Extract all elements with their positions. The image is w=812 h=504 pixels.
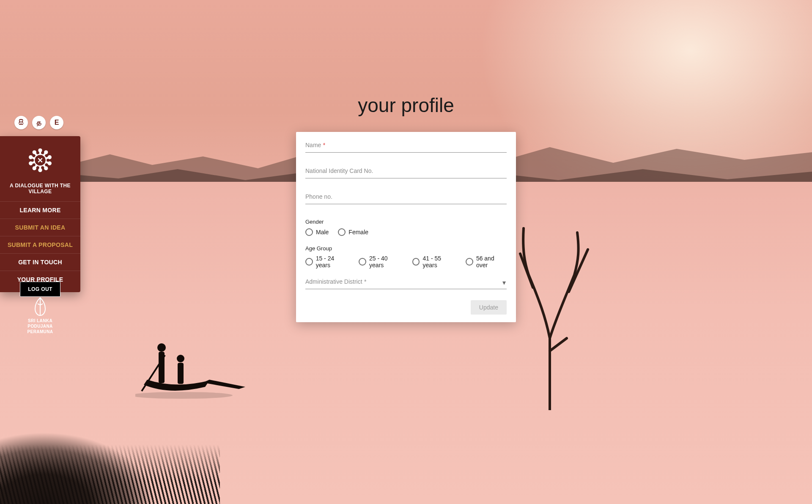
age-radio-row: 15 - 24 years 25 - 40 years 41 - 55 year… [305, 255, 507, 268]
gender-radio-row: Male Female [305, 228, 507, 236]
nav-submit-idea[interactable]: SUBMIT AN IDEA [0, 219, 80, 236]
nic-label: National Identity Card No. [305, 167, 373, 174]
party-line3: PERAMUNA [27, 329, 53, 334]
site-logo [0, 136, 80, 180]
svg-point-6 [38, 148, 42, 152]
nic-field-wrap[interactable]: National Identity Card No. [305, 167, 507, 178]
radio-icon [305, 258, 313, 266]
logout-button[interactable]: LOG OUT [20, 282, 60, 297]
lang-en-button[interactable]: E [50, 116, 63, 129]
required-marker: * [323, 142, 325, 148]
district-label: Administrative District [305, 278, 362, 285]
radio-icon [359, 258, 366, 266]
radio-icon [412, 258, 420, 266]
nav-learn-more[interactable]: LEARN MORE [0, 202, 80, 219]
chevron-down-icon: ▾ [502, 279, 506, 287]
radio-icon [466, 258, 473, 266]
profile-card: Name * National Identity Card No. Phone … [296, 132, 516, 322]
language-switcher: සි த E [14, 116, 63, 129]
district-select[interactable]: Administrative District * ▾ [305, 278, 507, 289]
gender-male-radio[interactable]: Male [305, 228, 329, 236]
age-opt-0: 15 - 24 years [316, 255, 350, 268]
age-opt-2: 41 - 55 years [422, 255, 456, 268]
radio-icon [338, 228, 346, 236]
gender-group-label: Gender [305, 219, 507, 225]
name-label: Name [305, 142, 321, 148]
gender-female-label: Female [348, 229, 368, 236]
party-line1: SRI LANKA [28, 318, 52, 323]
age-56-plus-radio[interactable]: 56 and over [466, 255, 507, 268]
gender-female-radio[interactable]: Female [338, 228, 368, 236]
svg-rect-7 [39, 152, 41, 155]
age-15-24-radio[interactable]: 15 - 24 years [305, 255, 349, 268]
age-group-label: Age Group [305, 245, 507, 252]
party-brand: SRI LANKA PODUJANA PERAMUNA [0, 296, 80, 334]
nav-list: LEARN MORE SUBMIT AN IDEA SUBMIT A PROPO… [0, 202, 80, 288]
gender-male-label: Male [316, 229, 329, 236]
background-brush [0, 394, 220, 504]
page-title: your profile [358, 94, 454, 117]
update-button[interactable]: Update [471, 300, 507, 315]
nav-submit-proposal[interactable]: SUBMIT A PROPOSAL [0, 236, 80, 253]
phone-field-wrap[interactable]: Phone no. [305, 193, 507, 204]
nav-get-in-touch[interactable]: GET IN TOUCH [0, 254, 80, 271]
lang-si-button[interactable]: සි [14, 116, 28, 129]
age-25-40-radio[interactable]: 25 - 40 years [359, 255, 403, 268]
age-41-55-radio[interactable]: 41 - 55 years [412, 255, 456, 268]
name-field-wrap[interactable]: Name * [305, 141, 507, 153]
radio-icon [305, 228, 313, 236]
lang-ta-button[interactable]: த [32, 116, 46, 129]
required-marker: * [364, 278, 366, 285]
party-line2: PODUJANA [27, 324, 52, 329]
phone-label: Phone no. [305, 193, 332, 200]
age-opt-3: 56 and over [476, 255, 507, 268]
sidebar: A DIALOGUE WITH THE VILLAGE LEARN MORE S… [0, 136, 80, 292]
age-opt-1: 25 - 40 years [369, 255, 403, 268]
site-tagline: A DIALOGUE WITH THE VILLAGE [0, 180, 80, 202]
